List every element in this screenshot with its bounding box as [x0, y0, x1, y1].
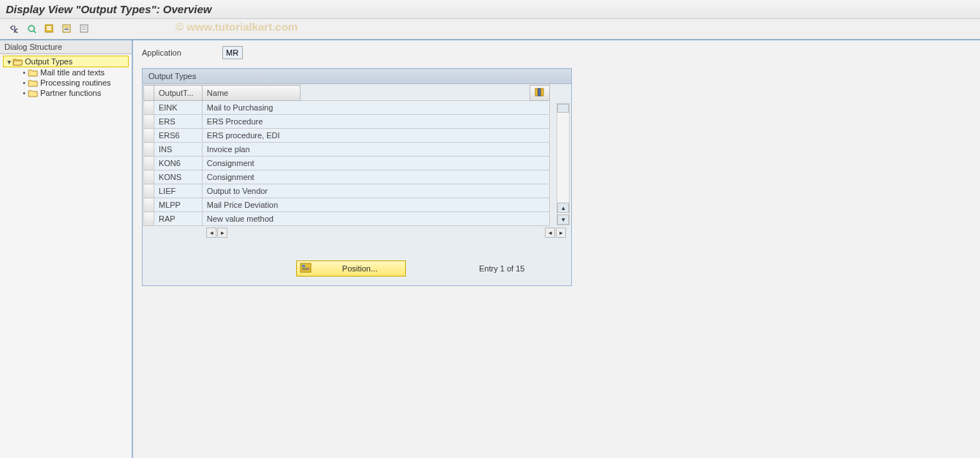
tree-toggle-icon[interactable]: ▾ [5, 58, 12, 66]
row-selector[interactable] [144, 212, 154, 226]
cell-name[interactable]: Mail Price Deviation [202, 198, 549, 212]
tree-child-label: Processing routines [40, 78, 111, 87]
cell-code[interactable]: KON6 [154, 157, 202, 170]
hscroll-right-button[interactable]: ▸ [217, 228, 227, 238]
tree-child-label: Mail title and texts [40, 68, 105, 77]
hscroll-left-end-button[interactable]: ◂ [545, 228, 555, 238]
scrollbar-thumb[interactable] [557, 104, 569, 113]
cell-code[interactable]: INS [154, 143, 202, 157]
position-button-label: Position... [317, 264, 402, 273]
page-title: Display View "Output Types": Overview [6, 3, 974, 15]
row-selector[interactable] [144, 129, 154, 143]
output-types-table: OutputT... Name EINKMail to PurchasingER… [143, 85, 550, 226]
cell-code[interactable]: ERS6 [154, 129, 202, 143]
down-arrow-icon: ▾ [562, 217, 565, 223]
position-button[interactable]: Position... [296, 260, 406, 277]
vertical-scrollbar[interactable]: ▴ ▾ [557, 103, 570, 225]
watermark: © www.tutorialkart.com [176, 20, 298, 33]
toolbar: © www.tutorialkart.com [0, 19, 980, 40]
row-selector[interactable] [144, 143, 154, 157]
application-input[interactable] [222, 46, 243, 59]
svg-rect-6 [64, 26, 69, 28]
table-row[interactable]: INSInvoice plan [144, 143, 550, 157]
table-area: OutputT... Name EINKMail to PurchasingER… [143, 84, 571, 240]
svg-rect-3 [47, 26, 51, 28]
scroll-up-button[interactable]: ▴ [557, 203, 569, 213]
svg-rect-4 [47, 29, 51, 30]
entry-counter: Entry 1 of 15 [479, 264, 524, 273]
cell-name[interactable]: ERS procedure, EDI [202, 129, 549, 143]
left-arrow-icon: ◂ [549, 230, 552, 236]
table-row[interactable]: LIEFOutput to Vendor [144, 184, 550, 198]
table-row[interactable]: KONSConsignment [144, 170, 550, 184]
cell-code[interactable]: RAP [154, 212, 202, 226]
application-field-row: Application [142, 46, 980, 59]
horizontal-scrollbar: ◂ ▸ ◂ ▸ [143, 226, 570, 239]
table-row[interactable]: ERS6ERS procedure, EDI [144, 129, 550, 143]
svg-rect-9 [82, 26, 86, 28]
row-selector[interactable] [144, 101, 154, 115]
application-label: Application [142, 48, 208, 57]
open-folder-icon [12, 58, 23, 66]
select-all-icon[interactable] [44, 23, 56, 35]
select-all-header[interactable] [144, 86, 154, 101]
cell-name[interactable]: Invoice plan [202, 143, 549, 157]
tree-item-mail-title[interactable]: • Mail title and texts [19, 67, 129, 78]
scroll-down-button[interactable]: ▾ [557, 214, 569, 225]
deselect-all-icon[interactable] [79, 23, 91, 35]
row-selector[interactable] [144, 115, 154, 129]
svg-rect-7 [64, 29, 69, 30]
cell-code[interactable]: EINK [154, 101, 202, 115]
table-row[interactable]: ERSERS Procedure [144, 115, 550, 129]
row-selector[interactable] [144, 198, 154, 212]
toggle-display-change-icon[interactable] [9, 23, 20, 35]
row-selector[interactable] [144, 157, 154, 170]
up-arrow-icon: ▴ [562, 205, 565, 211]
hscroll-left-button[interactable]: ◂ [206, 228, 216, 238]
tree-item-processing-routines[interactable]: • Processing routines [19, 78, 129, 88]
row-selector[interactable] [144, 170, 154, 184]
select-block-icon[interactable] [61, 23, 73, 35]
tree: ▾ Output Types • Mail title and texts • … [0, 54, 132, 100]
cell-name[interactable]: Mail to Purchasing [202, 101, 549, 115]
table-header-row: OutputT... Name [144, 86, 550, 101]
cell-name[interactable]: ERS Procedure [202, 115, 549, 129]
svg-point-0 [29, 26, 34, 31]
column-header-code[interactable]: OutputT... [154, 86, 202, 101]
tree-root-output-types[interactable]: ▾ Output Types [3, 56, 129, 67]
column-spacer [301, 86, 530, 101]
cell-code[interactable]: LIEF [154, 184, 202, 198]
table-row[interactable]: MLPPMail Price Deviation [144, 198, 550, 212]
row-selector[interactable] [144, 184, 154, 198]
table-row[interactable]: KON6Consignment [144, 157, 550, 170]
svg-rect-11 [535, 89, 538, 96]
cell-code[interactable]: ERS [154, 115, 202, 129]
svg-rect-17 [302, 269, 309, 270]
svg-rect-16 [302, 268, 309, 269]
folder-icon [28, 69, 38, 77]
svg-line-1 [34, 31, 36, 33]
cell-code[interactable]: MLPP [154, 198, 202, 212]
main-container: Dialog Structure ▾ Output Types • Mail t… [0, 40, 980, 458]
table-row[interactable]: EINKMail to Purchasing [144, 101, 550, 115]
tree-bullet-icon: • [20, 79, 28, 87]
table-settings-icon [535, 88, 545, 97]
cell-name[interactable]: Consignment [202, 170, 549, 184]
details-icon[interactable] [26, 23, 38, 35]
table-row[interactable]: RAPNew value method [144, 212, 550, 226]
svg-rect-12 [538, 89, 540, 96]
table-config-button[interactable] [529, 86, 549, 101]
tree-root-label: Output Types [25, 57, 72, 66]
tree-item-partner-functions[interactable]: • Partner functions [19, 88, 129, 98]
svg-rect-15 [302, 265, 305, 267]
output-types-panel-title: Output Types [143, 69, 571, 84]
cell-name[interactable]: New value method [202, 212, 549, 226]
left-panel: Dialog Structure ▾ Output Types • Mail t… [0, 40, 133, 458]
right-arrow-icon: ▸ [559, 230, 563, 236]
cell-name[interactable]: Consignment [202, 157, 549, 170]
svg-rect-10 [82, 29, 86, 30]
cell-name[interactable]: Output to Vendor [202, 184, 549, 198]
hscroll-right-end-button[interactable]: ▸ [556, 228, 566, 238]
column-header-name[interactable]: Name [202, 86, 300, 101]
cell-code[interactable]: KONS [154, 170, 202, 184]
